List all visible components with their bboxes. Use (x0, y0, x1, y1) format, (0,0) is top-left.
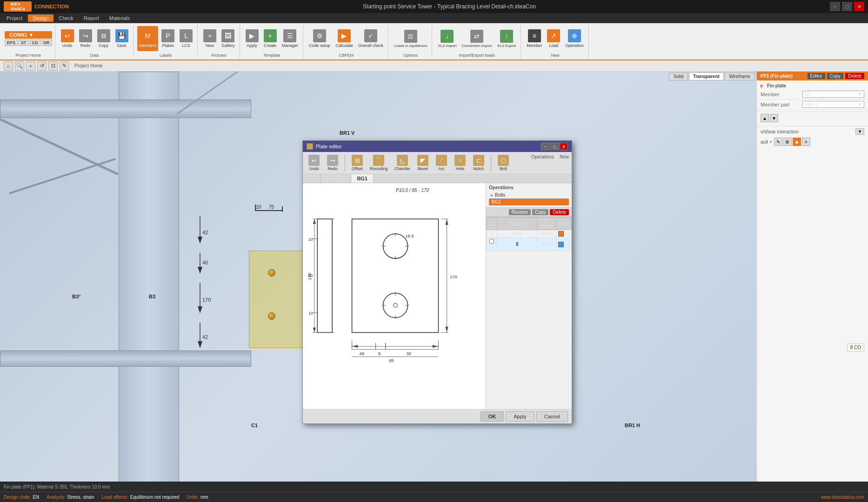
copy-panel-button[interactable]: Copy (827, 73, 843, 79)
members-button[interactable]: M Members (137, 26, 159, 51)
pe-bevel-button[interactable]: ◤ Bevel (414, 153, 431, 172)
create-template-button[interactable]: + Create (262, 26, 279, 51)
wireframe-view-button[interactable]: Wireframe (725, 73, 754, 80)
code-setup-icon: ⚙ (313, 29, 326, 42)
copy-button[interactable]: ⧉ Copy (95, 26, 112, 51)
pe-minimize-button[interactable]: − (541, 143, 549, 150)
editor-button[interactable]: Editor (808, 73, 825, 79)
maximize-button[interactable]: □ (842, 2, 852, 11)
rp-edit-button[interactable]: ✎ (774, 138, 782, 146)
menu-materials[interactable]: Materials (105, 14, 135, 22)
pe-copy-button[interactable]: Copy (532, 209, 548, 215)
menu-check[interactable]: Check (54, 14, 78, 22)
menu-report[interactable]: Report (79, 14, 104, 22)
redo-button[interactable]: ↪ Redo (77, 26, 94, 51)
pe-tab-drawing[interactable]: Drawing (321, 174, 351, 183)
cd-button[interactable]: CD (30, 40, 40, 46)
undo-button[interactable]: ↩ Undo (59, 26, 76, 51)
lcs-label: LCS (182, 43, 190, 48)
rp-settings-button[interactable]: ⚙ (783, 138, 792, 146)
pe-notch-button[interactable]: ⊏ Notch (470, 153, 487, 172)
new-operation-button[interactable]: ⊕ Operation (563, 26, 586, 51)
pe-rounding-button[interactable]: ⌒ Rounding (367, 153, 390, 172)
overall-check-button[interactable]: ✓ Overall check (356, 26, 386, 51)
pe-hole-button[interactable]: ○ Hole (452, 153, 468, 172)
transparent-view-button[interactable]: Transparent (689, 73, 724, 80)
rp-member-part-label: Member part (761, 102, 802, 107)
connection-import-button[interactable]: ⇄ Connection Import (460, 26, 494, 51)
rp-orange-button[interactable]: ■ (793, 138, 801, 146)
ribbon-group-new-label: New (551, 52, 559, 58)
calculate-button[interactable]: ▶ Calculate (334, 26, 355, 51)
new-load-button[interactable]: ↗ Load (545, 26, 562, 51)
pe-row2-x-input[interactable] (499, 242, 535, 247)
rp-arrow-fwd-button[interactable]: > (802, 138, 810, 146)
save-button[interactable]: 💾 Save (114, 26, 130, 51)
pe-row2-checkbox[interactable] (489, 239, 494, 244)
delete-panel-button[interactable]: Delete (845, 73, 864, 79)
pe-rounding-label: Rounding (370, 166, 388, 171)
xls-import-button[interactable]: ↓ XLS Import (436, 26, 458, 51)
pe-bg1-item[interactable]: BG1 (489, 198, 569, 205)
pe-tab-2d[interactable]: 2D (303, 174, 321, 183)
new-load-label: Load (549, 43, 558, 48)
pe-drawing[interactable]: P10.0 / 85 - 170 170 (303, 183, 486, 409)
rp-up-button[interactable]: ▲ (761, 114, 769, 122)
xls-export-button[interactable]: ↑ XLS Export (495, 26, 518, 51)
pe-restore-button[interactable]: Restore (509, 209, 531, 215)
rp-down-button[interactable]: ▼ (770, 114, 778, 122)
lcs-button[interactable]: L LCS (178, 26, 194, 51)
fit-toolbar-button[interactable]: ⊡ (48, 61, 58, 71)
pe-ok-button[interactable]: OK (481, 411, 504, 422)
pe-tab-bg1[interactable]: BG1 (351, 174, 374, 183)
rp-member-dropdown[interactable]: B3 ▼ (802, 91, 864, 98)
minimize-button[interactable]: − (830, 2, 840, 11)
pe-redo-button[interactable]: ↪ Redo (324, 153, 341, 172)
close-button[interactable]: ✕ (854, 2, 864, 11)
apply-template-button[interactable]: ▶ Apply (244, 26, 260, 51)
rotate-toolbar-button[interactable]: ↺ (37, 61, 47, 71)
pe-undo-button[interactable]: ↩ Undo (306, 153, 322, 172)
pe-offset-button[interactable]: ⊟ Offset (349, 153, 366, 172)
gallery-button[interactable]: 🖼 Gallery (220, 26, 237, 51)
pe-chamfer-button[interactable]: ◺ Chamfer (392, 153, 413, 172)
search-toolbar-button[interactable]: 🔍 (15, 61, 24, 71)
menu-design[interactable]: Design (28, 14, 53, 22)
svg-marker-10 (198, 341, 202, 348)
eps-button[interactable]: EPS (5, 40, 18, 46)
st-button[interactable]: ST (19, 40, 29, 46)
viewport[interactable]: 10 75 42 40 170 42 BR1 V BR1 H B3 B3° C1 (0, 72, 756, 482)
pe-modal-controls: − □ ✕ (541, 143, 568, 150)
pe-maximize-button[interactable]: □ (550, 143, 559, 150)
loads-equilibrium-button[interactable]: ⚖ Loads in equilibrium (392, 26, 429, 51)
fin-plate-highlight (249, 251, 305, 348)
rp-interaction-dropdown[interactable]: ▼ (855, 128, 864, 135)
cursor-toolbar-button[interactable]: ✎ (60, 61, 69, 71)
save-label: Save (117, 43, 127, 48)
pe-bolt-button[interactable]: ⬡ Bolt (495, 153, 512, 172)
dr-button[interactable]: DR (41, 40, 52, 46)
home-toolbar-button[interactable]: ⌂ (4, 61, 13, 71)
pe-apply-button[interactable]: Apply (506, 411, 534, 422)
connection-import-icon: ⇄ (470, 30, 483, 43)
bottom-beam (0, 350, 251, 367)
menu-project[interactable]: Project (2, 14, 27, 22)
solid-view-button[interactable]: Solid (669, 73, 688, 80)
pe-close-button[interactable]: ✕ (560, 143, 568, 150)
pe-row2-x[interactable] (497, 238, 537, 251)
zoom-in-toolbar-button[interactable]: + (26, 61, 35, 71)
new-member-button[interactable]: ≡ Member (525, 26, 544, 51)
pe-bevel-icon: ◤ (417, 155, 428, 166)
save-icon: 💾 (115, 29, 128, 42)
pe-bolts-item[interactable]: ▸ Bolts (489, 192, 569, 198)
pe-row2-hole: − | (556, 238, 571, 251)
new-picture-button[interactable]: + New (201, 26, 218, 51)
pe-delete-button[interactable]: Delete (550, 209, 569, 215)
manager-button[interactable]: ☰ Manager (280, 26, 300, 51)
code-setup-button[interactable]: ⚙ Code setup (307, 26, 332, 51)
rp-member-part-dropdown[interactable]: Web 1 ▼ (802, 101, 864, 108)
conn-chip[interactable]: CONN1 ▼ (5, 31, 52, 39)
pe-cancel-button[interactable]: Cancel (536, 411, 568, 422)
pe-arc-button[interactable]: ◜ Arc (433, 153, 450, 172)
plates-button[interactable]: P Plates (160, 26, 176, 51)
